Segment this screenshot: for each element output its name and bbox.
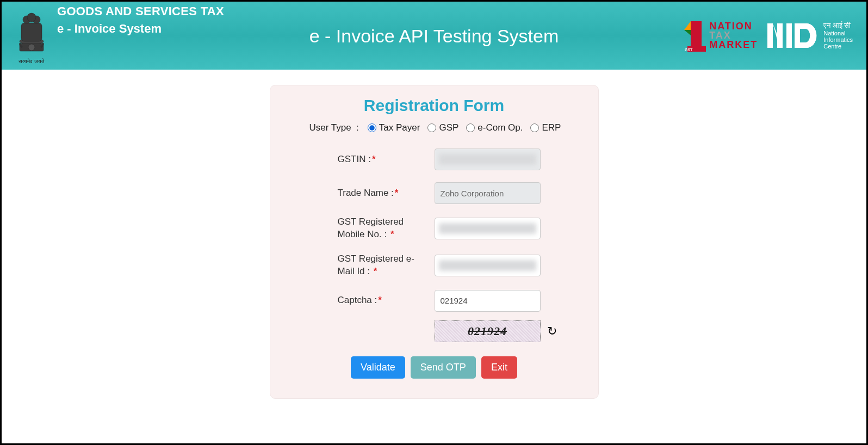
svg-rect-1 — [21, 23, 42, 41]
nic-logo: एन आई सी National Informatics Centre — [767, 21, 853, 51]
user-type-option-taxpayer[interactable]: Tax Payer — [368, 122, 420, 133]
one-icon: GST — [683, 19, 708, 53]
captcha-input[interactable] — [435, 290, 541, 312]
mobile-input[interactable] — [435, 218, 541, 239]
label-gstin: GSTIN :* — [338, 153, 425, 166]
radio-taxpayer[interactable] — [368, 123, 376, 132]
header-title-block: GOODS AND SERVICES TAX e - Invoice Syste… — [57, 4, 224, 36]
label-email: GST Registered e-Mail Id : * — [338, 253, 425, 278]
user-type-option-erp[interactable]: ERP — [530, 122, 561, 133]
one-nation-tax-market-logo: GST NATION TAX MARKET — [683, 19, 758, 53]
nic-en3: Centre — [823, 43, 853, 50]
page-title: e - Invoice API Testing System — [309, 25, 559, 46]
nic-icon — [767, 21, 819, 51]
form-fields: GSTIN :* Trade Name :* GST Registered Mo… — [288, 149, 581, 342]
validate-button[interactable]: Validate — [351, 356, 405, 379]
ntm-text: NATION TAX MARKET — [709, 22, 758, 50]
user-type-option-ecom[interactable]: e-Com Op. — [466, 122, 523, 133]
header-line2: e - Invoice System — [57, 22, 224, 36]
nic-text: एन आई सी National Informatics Centre — [823, 22, 853, 50]
nic-hindi: एन आई सी — [823, 22, 853, 29]
header-line1: GOODS AND SERVICES TAX — [57, 4, 224, 18]
radio-taxpayer-label: Tax Payer — [379, 122, 420, 133]
header: सत्यमेव जयते GOODS AND SERVICES TAX e - … — [2, 2, 866, 70]
nic-en1: National — [823, 30, 853, 36]
row-mobile: GST Registered Mobile No. : * — [338, 216, 581, 241]
svg-rect-12 — [767, 23, 773, 48]
svg-rect-14 — [777, 23, 783, 48]
svg-rect-15 — [786, 23, 792, 48]
row-email: GST Registered e-Mail Id : * — [338, 253, 581, 278]
header-right: GST NATION TAX MARKET — [683, 19, 853, 53]
svg-point-4 — [27, 13, 36, 22]
label-mobile: GST Registered Mobile No. : * — [338, 216, 425, 241]
user-type-options: Tax Payer GSP e-Com Op. ERP — [368, 122, 561, 133]
button-row: Validate Send OTP Exit — [288, 356, 581, 379]
radio-gsp-label: GSP — [439, 122, 458, 133]
emblem-caption: सत्यमेव जयते — [18, 58, 45, 64]
row-trade-name: Trade Name :* — [338, 182, 581, 204]
row-gstin: GSTIN :* — [338, 149, 581, 170]
svg-text:GST: GST — [685, 48, 693, 52]
send-otp-button[interactable]: Send OTP — [411, 356, 476, 379]
radio-gsp[interactable] — [427, 123, 436, 132]
exit-button[interactable]: Exit — [481, 356, 517, 379]
trade-name-input[interactable] — [435, 182, 541, 204]
registration-card: Registration Form User Type : Tax Payer … — [270, 85, 599, 399]
user-type-row: User Type : Tax Payer GSP e-Com Op. — [288, 122, 581, 133]
label-captcha: Captcha :* — [338, 294, 425, 307]
user-type-option-gsp[interactable]: GSP — [427, 122, 458, 133]
nic-en2: Informatics — [823, 36, 853, 43]
content: Registration Form User Type : Tax Payer … — [2, 70, 866, 399]
ntm-market: MARKET — [709, 40, 758, 50]
app-window: सत्यमेव जयते GOODS AND SERVICES TAX e - … — [0, 0, 868, 445]
gstin-input[interactable] — [435, 149, 541, 170]
header-left: सत्यमेव जयते GOODS AND SERVICES TAX e - … — [13, 4, 224, 67]
form-title: Registration Form — [288, 96, 581, 115]
captcha-image-row: 021924 ↻ — [435, 320, 581, 342]
svg-marker-8 — [684, 21, 691, 30]
label-trade-name: Trade Name :* — [338, 187, 425, 200]
captcha-image: 021924 — [435, 320, 541, 342]
radio-ecom[interactable] — [466, 123, 475, 132]
radio-ecom-label: e-Com Op. — [478, 122, 523, 133]
svg-point-6 — [28, 44, 35, 51]
radio-erp[interactable] — [530, 123, 539, 132]
svg-rect-16 — [795, 23, 800, 48]
emblem-of-india-icon: सत्यमेव जयते — [13, 4, 51, 67]
email-input[interactable] — [435, 255, 541, 276]
svg-rect-7 — [691, 21, 702, 47]
row-captcha: Captcha :* — [338, 290, 581, 312]
radio-erp-label: ERP — [542, 122, 561, 133]
refresh-captcha-icon[interactable]: ↻ — [547, 324, 557, 338]
ntm-tax: TAX — [709, 31, 758, 40]
svg-marker-9 — [684, 30, 691, 35]
user-type-label: User Type : — [309, 122, 359, 133]
